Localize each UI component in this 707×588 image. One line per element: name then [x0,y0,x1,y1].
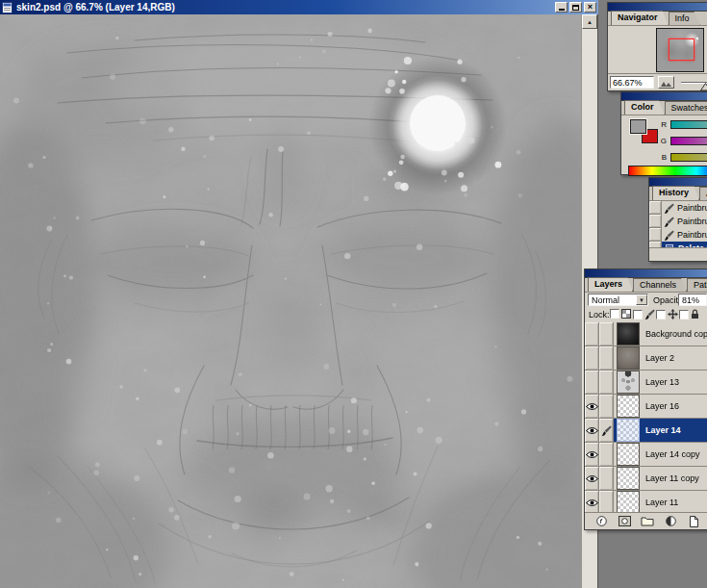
history-state[interactable]: Paintbrush [649,228,707,242]
layer-thumbnail[interactable] [617,419,640,442]
history-state-body[interactable]: Paintbrush [662,228,707,242]
adjustment-icon [666,516,676,526]
layer-thumbnail[interactable] [617,491,640,514]
transparency-icon [621,309,631,319]
add-layer-style-button[interactable]: f [593,515,609,528]
history-state-label: Paintbrush [677,230,707,240]
green-channel-label: G [658,137,667,145]
history-state-body[interactable]: Paintbrush [662,201,707,215]
brush-icon [664,203,674,214]
layer-row-main[interactable]: Layer 14 [614,419,707,443]
navigator-panel-titlebar[interactable] [608,3,707,12]
layer-visibility-toggle[interactable] [585,443,599,467]
history-brush-source-box[interactable] [649,201,662,215]
layer-visibility-toggle[interactable] [585,467,599,491]
layer-visibility-toggle[interactable] [585,371,599,395]
lock-position-checkbox[interactable] [656,310,666,320]
navigator-body [608,26,707,76]
layer-link-cell[interactable] [599,371,614,395]
scroll-up-button[interactable]: ▲ [582,14,597,29]
layer-row-main[interactable]: Layer 11 copy [614,467,707,491]
layer-name: Layer 2 [645,353,674,363]
tab-info[interactable]: Info [669,12,700,25]
layer-row-main[interactable]: Layer 13 [614,371,707,395]
layer-row[interactable]: Layer 14 [585,419,707,443]
layer-row-main[interactable]: Layer 2 [614,346,707,371]
lock-all-checkbox[interactable] [679,310,689,320]
document-titlebar[interactable]: skin2.psd @ 66.7% (Layer 14,RGB) × [0,0,598,14]
tab-actions[interactable]: Actions [699,187,707,200]
layer-thumbnail[interactable] [617,322,640,345]
canvas-viewport[interactable] [0,14,581,588]
lock-image-checkbox[interactable] [633,310,643,320]
red-channel-slider[interactable] [670,120,707,129]
history-panel-titlebar[interactable] [649,178,707,187]
opacity-input[interactable]: 81% [678,294,707,306]
history-brush-source-box[interactable] [649,228,662,242]
layer-row-main[interactable]: Layer 16 [614,395,707,419]
color-panel-titlebar[interactable] [621,92,707,101]
blend-mode-select[interactable]: Normal ▼ [588,294,648,306]
history-state[interactable]: Paintbrush [649,201,707,215]
navigator-zoom-slider[interactable] [679,76,707,89]
layer-link-cell[interactable] [599,443,614,467]
layer-row[interactable]: Layer 2 [585,346,707,371]
history-brush-source-box[interactable] [649,215,662,228]
navigator-zoom-input[interactable]: 66.67% [610,76,654,89]
blue-channel-slider[interactable] [670,153,707,162]
navigator-view-box[interactable] [669,38,694,61]
canvas-image[interactable] [0,14,581,588]
layer-row-main[interactable]: Background copy [614,322,707,346]
new-layer-set-button[interactable] [640,515,655,528]
layer-link-cell[interactable] [599,346,614,371]
tab-layers[interactable]: Layers [588,277,633,292]
add-layer-mask-button[interactable] [617,515,632,528]
blend-options-row: Normal ▼ Opacity: 81% ▶ [585,293,707,308]
foreground-color-swatch[interactable] [630,119,646,134]
close-button[interactable]: × [584,2,596,13]
zoom-out-button[interactable] [658,76,674,89]
layer-row[interactable]: Background copy [585,322,707,346]
tab-history[interactable]: History [652,186,699,200]
navigator-thumbnail[interactable] [656,28,704,72]
layer-row[interactable]: Layer 11 copy [585,467,707,491]
layer-row[interactable]: Layer 14 copy [585,443,707,467]
layer-row[interactable]: Layer 16 [585,395,707,419]
layer-visibility-toggle[interactable] [585,322,599,346]
history-state-body[interactable]: Paintbrush [662,215,707,228]
tab-swatches[interactable]: Swatches [665,101,707,115]
tab-color[interactable]: Color [624,100,665,115]
layer-link-cell[interactable] [599,395,614,419]
maximize-button[interactable] [569,2,582,13]
layer-link-cell[interactable] [599,467,614,491]
layers-panel-titlebar[interactable] [585,269,707,278]
layer-link-cell[interactable] [599,322,614,346]
layer-visibility-toggle[interactable] [585,419,599,443]
history-state[interactable]: Paintbrush [649,215,707,228]
new-layer-button[interactable] [686,515,701,528]
color-spectrum-ramp[interactable] [628,166,707,176]
tab-paths[interactable]: Paths [687,278,707,292]
layer-thumbnail[interactable] [617,371,640,394]
new-adjustment-layer-button[interactable] [663,515,678,528]
brush-icon [664,230,674,241]
layer-thumbnail[interactable] [617,467,640,490]
tab-channels[interactable]: Channels [633,278,687,292]
brush-icon [664,217,674,227]
layer-row-main[interactable]: Layer 14 copy [614,443,707,467]
layer-thumbnail[interactable] [617,346,640,370]
layer-thumbnail[interactable] [617,443,640,466]
layer-visibility-toggle[interactable] [585,395,599,419]
tab-navigator[interactable]: Navigator [611,11,669,25]
chevron-down-icon[interactable]: ▼ [636,294,647,305]
minimize-button[interactable] [555,2,568,13]
layer-name: Layer 14 [645,425,681,435]
lock-transparency-checkbox[interactable] [610,309,619,319]
layer-name: Layer 16 [645,401,679,411]
layer-visibility-toggle[interactable] [585,346,599,371]
layer-row[interactable]: Layer 13 [585,371,707,395]
green-channel-slider[interactable] [670,137,707,145]
layer-link-cell[interactable] [599,419,614,443]
eye-icon [586,426,598,435]
layer-thumbnail[interactable] [617,395,640,418]
